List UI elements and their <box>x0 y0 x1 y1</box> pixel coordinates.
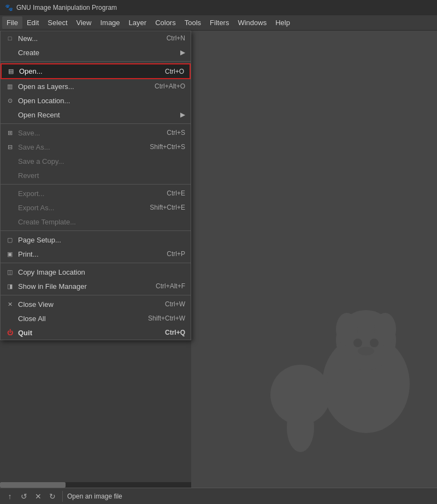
separator-6 <box>1 295 191 295</box>
menu-item-open-layers-shortcut: Ctrl+Alt+O <box>144 82 185 90</box>
menu-item-new[interactable]: □ New... Ctrl+N <box>1 31 191 45</box>
menu-item-open-location-label: Open Location... <box>18 97 185 105</box>
menu-item-revert-label: Revert <box>18 171 185 180</box>
menu-tools[interactable]: Tools <box>180 16 205 29</box>
file-dropdown-menu: □ New... Ctrl+N Create ▶ ▤ Open... Ctrl+… <box>0 31 191 340</box>
menu-item-open[interactable]: ▤ Open... Ctrl+O <box>1 63 191 79</box>
title-bar: 🐾 GNU Image Manipulation Program <box>0 0 437 15</box>
menu-item-revert[interactable]: Revert <box>1 168 191 182</box>
menu-item-open-layers[interactable]: ▥ Open as Layers... Ctrl+Alt+O <box>1 79 191 93</box>
menu-windows[interactable]: Windows <box>233 16 271 29</box>
menu-item-open-recent[interactable]: Open Recent ▶ <box>1 108 191 122</box>
menu-item-create-template-label: Create Template... <box>18 218 185 226</box>
menu-item-open-shortcut: Ctrl+O <box>154 68 184 75</box>
svg-point-5 <box>370 339 379 347</box>
menu-help[interactable]: Help <box>271 16 294 29</box>
separator-5 <box>1 263 191 263</box>
menu-layer[interactable]: Layer <box>125 16 151 29</box>
menu-item-save-shortcut: Ctrl+S <box>156 129 185 137</box>
svg-point-4 <box>353 339 362 347</box>
menu-item-quit-label: Quit <box>18 329 154 337</box>
menu-select[interactable]: Select <box>43 16 72 29</box>
svg-point-8 <box>287 403 314 452</box>
menu-item-close-all-shortcut: Shift+Ctrl+W <box>137 315 185 322</box>
separator-3 <box>1 184 191 185</box>
menu-item-quit[interactable]: ⏻ Quit Ctrl+Q <box>1 325 191 340</box>
open-file-icon: ▤ <box>6 68 16 75</box>
menu-item-export-label: Export... <box>18 189 156 198</box>
app-icon: 🐾 <box>4 3 13 12</box>
app-title: GNU Image Manipulation Program <box>16 4 117 11</box>
page-setup-icon: ▢ <box>5 236 15 244</box>
menu-item-create-template[interactable]: Create Template... <box>1 215 191 229</box>
menu-view[interactable]: View <box>72 16 96 29</box>
menu-item-open-label: Open... <box>19 67 154 75</box>
menu-filters[interactable]: Filters <box>205 16 233 29</box>
svg-point-6 <box>358 347 374 355</box>
menu-item-export[interactable]: Export... Ctrl+E <box>1 186 191 200</box>
print-icon: ▣ <box>5 251 15 258</box>
open-recent-arrow: ▶ <box>180 111 185 118</box>
menu-file[interactable]: File <box>2 16 22 29</box>
scrollbar-thumb[interactable] <box>0 482 66 488</box>
menu-item-save-as-label: Save As... <box>18 143 139 151</box>
open-layers-icon: ▥ <box>5 83 15 90</box>
menu-item-close-view-label: Close View <box>18 300 154 309</box>
menu-item-copy-location[interactable]: ◫ Copy Image Location <box>1 265 191 279</box>
menu-item-save-as[interactable]: ⊟ Save As... Shift+Ctrl+S <box>1 140 191 154</box>
menu-item-open-location[interactable]: ⊙ Open Location... <box>1 93 191 108</box>
menu-edit[interactable]: Edit <box>22 16 43 29</box>
menu-item-show-file-manager[interactable]: ◨ Show in File Manager Ctrl+Alt+F <box>1 279 191 293</box>
separator-2 <box>1 123 191 124</box>
menu-item-page-setup[interactable]: ▢ Page Setup... <box>1 233 191 247</box>
menu-item-print-label: Print... <box>18 250 156 258</box>
menu-item-save[interactable]: ⊞ Save... Ctrl+S <box>1 126 191 140</box>
menu-item-save-copy-label: Save a Copy... <box>18 157 185 165</box>
menu-item-export-as-label: Export As... <box>18 204 139 212</box>
menu-item-print-shortcut: Ctrl+P <box>156 250 185 258</box>
menu-colors[interactable]: Colors <box>151 16 180 29</box>
menu-item-new-shortcut: Ctrl+N <box>156 34 185 42</box>
separator-1 <box>1 61 191 62</box>
copy-location-icon: ◫ <box>5 269 15 276</box>
menu-item-copy-location-label: Copy Image Location <box>18 268 185 276</box>
menu-item-save-copy[interactable]: Save a Copy... <box>1 154 191 168</box>
status-separator <box>62 491 63 502</box>
status-bar: ↑ ↺ ✕ ↻ Open an image file <box>0 488 437 504</box>
separator-4 <box>1 230 191 231</box>
menu-image[interactable]: Image <box>96 16 124 29</box>
horizontal-scrollbar[interactable] <box>0 482 191 488</box>
file-manager-icon: ◨ <box>5 283 15 290</box>
quit-icon: ⏻ <box>5 329 15 336</box>
close-view-icon: ✕ <box>5 301 15 308</box>
menu-item-new-label: New... <box>18 34 156 43</box>
menu-item-save-as-shortcut: Shift+Ctrl+S <box>139 143 185 151</box>
menu-item-export-as[interactable]: Export As... Shift+Ctrl+E <box>1 200 191 215</box>
menu-item-close-view-shortcut: Ctrl+W <box>154 300 185 308</box>
delete-icon[interactable]: ✕ <box>33 491 44 502</box>
menu-item-close-all[interactable]: Close All Shift+Ctrl+W <box>1 311 191 325</box>
export-icon[interactable]: ↑ <box>4 491 15 502</box>
menu-item-print[interactable]: ▣ Print... Ctrl+P <box>1 247 191 261</box>
menu-item-open-recent-label: Open Recent <box>18 111 178 119</box>
menu-item-create[interactable]: Create ▶ <box>1 45 191 60</box>
redo-icon[interactable]: ↻ <box>47 491 58 502</box>
menu-item-save-label: Save... <box>18 129 156 137</box>
open-location-icon: ⊙ <box>5 97 15 104</box>
menu-item-page-setup-label: Page Setup... <box>18 236 185 244</box>
menu-item-close-view[interactable]: ✕ Close View Ctrl+W <box>1 297 191 311</box>
save-icon: ⊞ <box>5 129 15 137</box>
canvas-area <box>191 31 437 488</box>
menu-item-export-shortcut: Ctrl+E <box>156 189 185 197</box>
status-bar-icons: ↑ ↺ ✕ ↻ <box>4 491 58 502</box>
menu-item-export-as-shortcut: Shift+Ctrl+E <box>139 204 185 211</box>
menu-item-create-label: Create <box>18 49 178 57</box>
menu-item-quit-shortcut: Ctrl+Q <box>154 329 185 336</box>
undo-icon[interactable]: ↺ <box>19 491 29 502</box>
create-submenu-arrow: ▶ <box>180 49 185 56</box>
menu-bar: File Edit Select View Image Layer Colors… <box>0 15 437 31</box>
menu-item-show-file-manager-label: Show in File Manager <box>18 282 145 290</box>
menu-item-close-all-label: Close All <box>18 315 137 323</box>
menu-item-open-layers-label: Open as Layers... <box>18 82 144 91</box>
gimp-watermark <box>257 297 421 460</box>
